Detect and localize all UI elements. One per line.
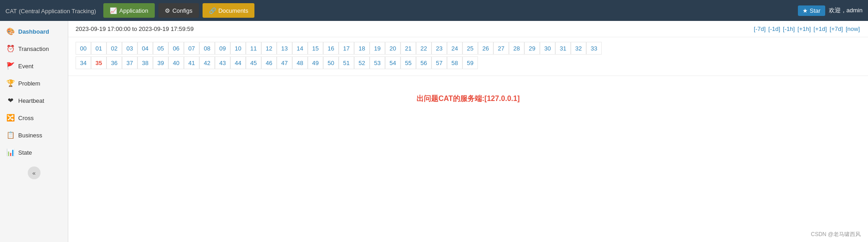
- minute-cell-41[interactable]: 41: [184, 56, 199, 69]
- minute-cell-48[interactable]: 48: [292, 56, 308, 69]
- minute-cell-00[interactable]: 00: [76, 42, 91, 55]
- minute-cell-11[interactable]: 11: [246, 42, 261, 55]
- minute-cell-22[interactable]: 22: [416, 42, 431, 55]
- minute-cell-50[interactable]: 50: [323, 56, 339, 69]
- minute-cell-14[interactable]: 14: [292, 42, 308, 55]
- minute-cell-03[interactable]: 03: [122, 42, 137, 55]
- minute-cell-42[interactable]: 42: [199, 56, 215, 69]
- minutes-row-1: 0001020304050607080910111213141516171819…: [76, 42, 861, 55]
- minute-cell-56[interactable]: 56: [416, 56, 431, 69]
- minute-cell-38[interactable]: 38: [137, 56, 153, 69]
- minute-cell-49[interactable]: 49: [308, 56, 323, 69]
- minute-cell-55[interactable]: 55: [401, 56, 416, 69]
- application-button[interactable]: 📈 Application: [103, 3, 155, 18]
- minute-cell-34[interactable]: 34: [76, 56, 91, 69]
- minute-cell-12[interactable]: 12: [261, 42, 277, 55]
- minute-cell-05[interactable]: 05: [153, 42, 168, 55]
- minute-cell-27[interactable]: 27: [493, 42, 509, 55]
- sidebar-collapse-button[interactable]: «: [28, 166, 41, 179]
- minute-cell-26[interactable]: 26: [478, 42, 493, 55]
- error-section: 出问题CAT的服务端:[127.0.0.1]: [68, 76, 868, 122]
- business-icon: 📋: [6, 131, 15, 139]
- minute-cell-52[interactable]: 52: [354, 56, 370, 69]
- minute-cell-21[interactable]: 21: [401, 42, 416, 55]
- minute-cell-37[interactable]: 37: [122, 56, 137, 69]
- minute-cell-09[interactable]: 09: [215, 42, 230, 55]
- sidebar-label-transaction: Transaction: [18, 45, 49, 52]
- minute-cell-07[interactable]: 07: [184, 42, 199, 55]
- minute-cell-25[interactable]: 25: [462, 42, 478, 55]
- minute-cell-39[interactable]: 39: [153, 56, 168, 69]
- minute-cell-31[interactable]: 31: [555, 42, 571, 55]
- minute-cell-59[interactable]: 59: [462, 56, 478, 69]
- sidebar-label-heartbeat: Heartbeat: [18, 97, 44, 104]
- minute-cell-19[interactable]: 19: [370, 42, 385, 55]
- minute-cell-15[interactable]: 15: [308, 42, 323, 55]
- minute-cell-44[interactable]: 44: [230, 56, 246, 69]
- time-link-minus1d[interactable]: [-1d]: [767, 25, 781, 32]
- minute-cell-32[interactable]: 32: [571, 42, 586, 55]
- time-link-minus7d[interactable]: [-7d]: [753, 25, 766, 32]
- top-nav: CAT (Central Application Tracking) 📈 App…: [0, 0, 868, 21]
- main-layout: 🎨 Dashboard ⏰ Transaction 🚩 Event 🏆 Prob…: [0, 21, 868, 242]
- minute-cell-10[interactable]: 10: [230, 42, 246, 55]
- minute-cell-51[interactable]: 51: [339, 56, 354, 69]
- sidebar-item-event[interactable]: 🚩 Event: [0, 57, 68, 75]
- documents-button[interactable]: 🔗 Documents: [203, 3, 255, 18]
- brand-subtitle: (Central Application Tracking): [19, 8, 96, 15]
- star-label: Star: [810, 7, 821, 14]
- sidebar-item-cross[interactable]: 🔀 Cross: [0, 109, 68, 126]
- minute-cell-20[interactable]: 20: [385, 42, 401, 55]
- minute-cell-06[interactable]: 06: [168, 42, 184, 55]
- sidebar-item-state[interactable]: 📊 State: [0, 144, 68, 161]
- configs-button[interactable]: ⚙ Configs: [158, 3, 199, 18]
- configs-label: Configs: [173, 7, 193, 14]
- star-button[interactable]: ★ Star: [798, 5, 825, 16]
- minute-cell-04[interactable]: 04: [137, 42, 153, 55]
- minute-cell-16[interactable]: 16: [323, 42, 339, 55]
- minute-cell-13[interactable]: 13: [277, 42, 292, 55]
- sidebar-label-event: Event: [18, 63, 33, 70]
- problem-icon: 🏆: [6, 79, 15, 87]
- minute-cell-54[interactable]: 54: [385, 56, 401, 69]
- minute-cell-46[interactable]: 46: [261, 56, 277, 69]
- time-link-plus1d[interactable]: [+1d]: [812, 25, 827, 32]
- minute-cell-33[interactable]: 33: [586, 42, 602, 55]
- minutes-row-2: 3435363738394041424344454647484950515253…: [76, 56, 861, 69]
- event-icon: 🚩: [6, 62, 15, 70]
- time-range: 2023-09-19 17:00:00 to 2023-09-19 17:59:…: [76, 25, 194, 32]
- sidebar-item-dashboard[interactable]: 🎨 Dashboard: [0, 23, 68, 40]
- minute-cell-40[interactable]: 40: [168, 56, 184, 69]
- minute-cell-43[interactable]: 43: [215, 56, 230, 69]
- time-link-plus7d[interactable]: [+7d]: [829, 25, 844, 32]
- sidebar-item-business[interactable]: 📋 Business: [0, 126, 68, 144]
- sidebar-label-business: Business: [18, 132, 42, 139]
- minute-cell-28[interactable]: 28: [509, 42, 524, 55]
- minute-cell-58[interactable]: 58: [447, 56, 462, 69]
- minute-cell-29[interactable]: 29: [524, 42, 540, 55]
- sidebar-item-transaction[interactable]: ⏰ Transaction: [0, 40, 68, 57]
- minute-cell-45[interactable]: 45: [246, 56, 261, 69]
- time-link-plus1h[interactable]: [+1h]: [797, 25, 812, 32]
- minute-cell-17[interactable]: 17: [339, 42, 354, 55]
- time-link-now[interactable]: [now]: [845, 25, 861, 32]
- minute-cell-53[interactable]: 53: [370, 56, 385, 69]
- documents-label: Documents: [218, 7, 249, 14]
- minute-cell-24[interactable]: 24: [447, 42, 462, 55]
- sidebar: 🎨 Dashboard ⏰ Transaction 🚩 Event 🏆 Prob…: [0, 21, 68, 242]
- minute-cell-23[interactable]: 23: [431, 42, 447, 55]
- sidebar-item-heartbeat[interactable]: ❤ Heartbeat: [0, 92, 68, 109]
- minute-cell-02[interactable]: 02: [107, 42, 122, 55]
- time-link-minus1h[interactable]: [-1h]: [782, 25, 796, 32]
- minute-cell-30[interactable]: 30: [540, 42, 555, 55]
- minute-cell-35[interactable]: 35: [91, 56, 107, 69]
- minute-cell-18[interactable]: 18: [354, 42, 370, 55]
- minute-cell-36[interactable]: 36: [107, 56, 122, 69]
- minute-cell-57[interactable]: 57: [431, 56, 447, 69]
- minute-cell-01[interactable]: 01: [91, 42, 107, 55]
- heartbeat-icon: ❤: [6, 96, 15, 105]
- sidebar-item-problem[interactable]: 🏆 Problem: [0, 75, 68, 92]
- star-icon: ★: [802, 7, 808, 14]
- minute-cell-47[interactable]: 47: [277, 56, 292, 69]
- minute-cell-08[interactable]: 08: [199, 42, 215, 55]
